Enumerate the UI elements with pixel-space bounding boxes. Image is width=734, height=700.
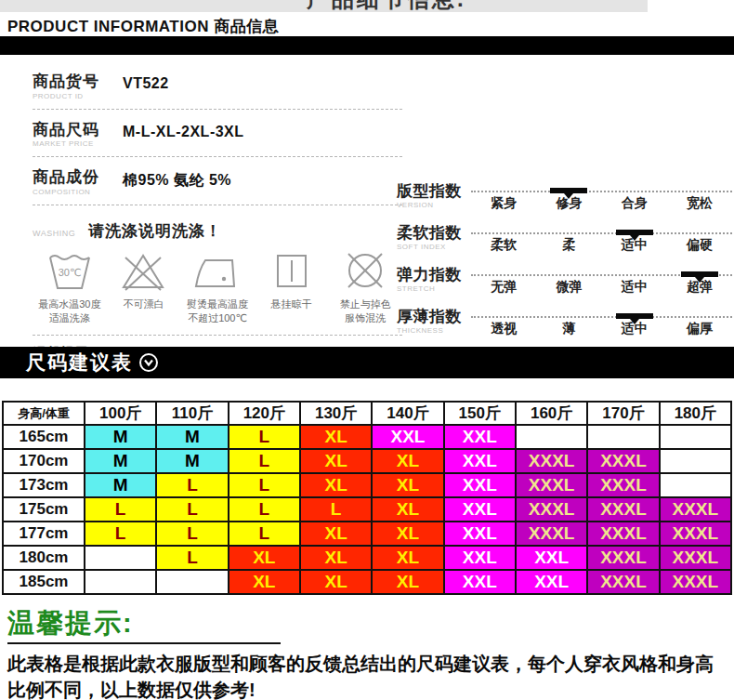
index-option: 偏厚: [667, 321, 732, 337]
info-label: 商品货号 PRODUCT ID: [33, 73, 123, 100]
index-track: 柔软柔适中偏硬: [471, 225, 732, 254]
svg-text:30℃: 30℃: [59, 267, 82, 278]
index-dotted-line: [471, 232, 732, 234]
size-table-header: 140斤: [372, 402, 443, 425]
size-cell: M: [85, 425, 156, 449]
size-cell: XL: [300, 449, 372, 473]
wash-care-caption: 禁止与掉色服饰混洗: [328, 297, 402, 325]
size-cell: [85, 570, 156, 594]
size-cell: XXXL: [660, 497, 731, 522]
size-cell: XXL: [516, 546, 587, 570]
size-cell: XXXL: [516, 522, 587, 546]
size-cell: M: [85, 449, 156, 473]
info-label-en: PRODUCT ID: [33, 92, 123, 100]
height-cell: 173cm: [3, 473, 85, 497]
index-label-en: THICKNESS: [397, 326, 471, 335]
size-cell: M: [85, 473, 156, 497]
product-info-rows: 商品货号 PRODUCT ID VT522 商品尺码 MARKET PRICE …: [33, 61, 402, 205]
wash-care-item: 悬挂晾干: [255, 249, 329, 325]
no-bleach-icon: [107, 249, 181, 292]
size-table-header: 180斤: [660, 402, 731, 425]
wash-care-item: 不可漂白: [107, 249, 181, 325]
size-cell: XL: [300, 570, 372, 594]
info-value: 棉95% 氨纶 5%: [123, 169, 231, 191]
index-option: 柔软: [471, 237, 536, 254]
index-label-en: STRETCH: [397, 284, 471, 293]
wash-care-item: 熨烫最高温度不超过100℃: [180, 249, 255, 325]
size-cell: XXXL: [516, 449, 587, 473]
wash-care-caption: 不可漂白: [107, 297, 181, 311]
index-options: 柔软柔适中偏硬: [471, 237, 732, 254]
size-cell: XL: [372, 546, 443, 570]
size-table-row: 185cmXLXLXLXXLXXLXXXLXXXL: [3, 570, 731, 594]
size-cell: XXL: [444, 425, 516, 449]
size-table-row: 165cmMMLXLXXLXXL: [3, 425, 731, 449]
info-value: VT522: [123, 73, 169, 92]
size-cell: XXL: [444, 546, 516, 570]
index-label-cn: 厚薄指数: [397, 309, 471, 326]
height-cell: 170cm: [3, 449, 85, 473]
size-cell: [660, 425, 731, 449]
size-cell: L: [156, 473, 228, 497]
washing-icons-row: 30℃ 最高水温30度适温洗涤 不可漂白 熨烫最高温度不超过100℃ 悬挂晾干 …: [33, 249, 402, 325]
size-cell: [660, 473, 731, 497]
index-option: 柔: [536, 237, 601, 254]
size-cell: XL: [300, 425, 372, 449]
size-cell: [85, 546, 156, 570]
height-cell: 185cm: [3, 570, 85, 594]
info-label-en: MARKET PRICE: [33, 139, 123, 148]
size-cell: XXL: [444, 449, 516, 473]
hang-dry-icon: [255, 249, 329, 292]
info-label-cn: 商品成份: [33, 169, 123, 187]
info-label-cn: 商品尺码: [33, 122, 123, 139]
height-cell: 180cm: [3, 546, 85, 570]
size-table-row: 175cmLLLLXLXXLXXXLXXXLXXXL: [3, 497, 731, 522]
size-table-header: 160斤: [516, 402, 587, 425]
size-cell: XL: [229, 570, 300, 594]
size-cell: L: [229, 522, 300, 546]
index-label: 版型指数 VERSION: [397, 183, 471, 209]
size-cell: XXXL: [660, 570, 731, 594]
index-label-cn: 版型指数: [397, 183, 471, 201]
index-row: 柔软指数 SOFT INDEX 柔软柔适中偏硬: [397, 225, 732, 267]
wash-care-item: 30℃ 最高水温30度适温洗涤: [33, 249, 107, 325]
iron-max-icon: [180, 249, 255, 292]
clipped-previous-section-strip: 产品细节信息.: [0, 0, 648, 12]
height-cell: 177cm: [3, 522, 85, 546]
index-label-cn: 柔软指数: [397, 225, 471, 243]
size-table-wrap: 身高/体重100斤110斤120斤130斤140斤150斤160斤170斤180…: [2, 401, 732, 595]
footer-underline: [7, 642, 281, 644]
size-table-row: 170cmMMLXLXLXXLXXXLXXXL: [3, 449, 731, 473]
size-table-header: 120斤: [229, 402, 300, 425]
product-info-section: 商品货号 PRODUCT ID VT522 商品尺码 MARKET PRICE …: [33, 61, 402, 372]
footer-note: 温馨提示: 此表格是根据此款衣服版型和顾客的反馈总结出的尺码建议表，每个人穿衣风…: [7, 607, 728, 700]
size-cell: L: [156, 522, 228, 546]
index-option: 合身: [602, 195, 667, 212]
size-table-header: 130斤: [300, 402, 372, 425]
size-cell: XL: [372, 570, 443, 594]
product-info-row: 商品成份 COMPOSITION 棉95% 氨纶 5%: [33, 157, 402, 205]
page-title: PRODUCT INFORMATION 商品信息: [7, 16, 279, 37]
size-cell: XXXL: [587, 546, 659, 570]
size-cell: XXXL: [660, 546, 731, 570]
size-cell: [660, 449, 731, 473]
size-cell: XXL: [372, 425, 443, 449]
chevron-down-circle-icon: [138, 352, 159, 373]
index-row: 版型指数 VERSION 紧身修身合身宽松: [397, 183, 732, 225]
washing-title: 请洗涤说明洗涤！: [88, 220, 222, 242]
size-suggestion-bar-title: 尺码建议表: [26, 350, 133, 376]
size-recommendation-table: 身高/体重100斤110斤120斤130斤140斤150斤160斤170斤180…: [2, 401, 732, 595]
info-label: 商品成份 COMPOSITION: [33, 169, 123, 196]
size-cell: XXL: [516, 570, 587, 594]
size-cell: M: [156, 425, 228, 449]
size-cell: XL: [300, 522, 372, 546]
size-cell: XL: [300, 546, 372, 570]
index-label: 弹力指数 STRETCH: [397, 267, 471, 293]
size-cell: XXXL: [516, 497, 587, 522]
size-cell: XXL: [444, 473, 516, 497]
size-cell: L: [85, 497, 156, 522]
size-cell: XL: [229, 546, 300, 570]
index-label-en: VERSION: [397, 201, 471, 209]
size-table-row: 180cmLXLXLXLXXLXXLXXXLXXXL: [3, 546, 731, 570]
size-cell: [516, 425, 587, 449]
